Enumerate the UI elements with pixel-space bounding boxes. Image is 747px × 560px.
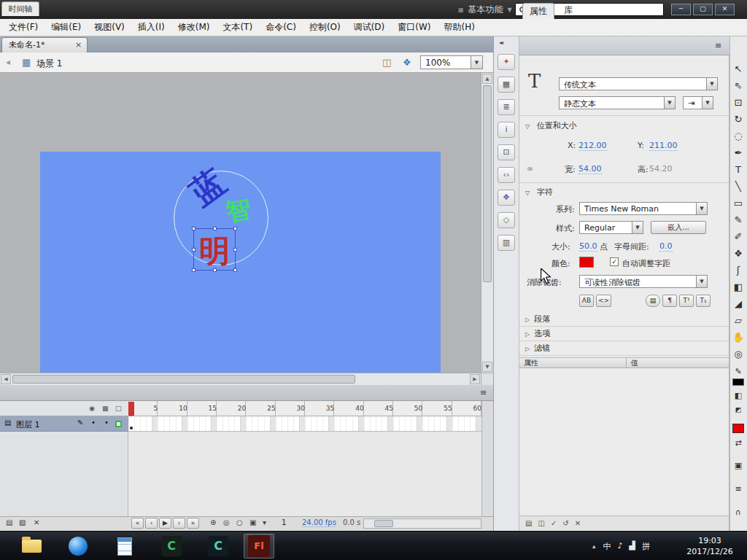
modify-markers-button[interactable]: ▾ xyxy=(263,518,266,526)
scrollbar-thumb[interactable] xyxy=(12,375,355,384)
new-layer-button[interactable]: ▤ xyxy=(6,518,12,526)
layer-name[interactable]: 图层 1 xyxy=(16,419,40,430)
text-tool[interactable]: T xyxy=(729,162,747,179)
fill-color-swatch[interactable] xyxy=(732,424,744,433)
subselection-tool[interactable]: ⇖ xyxy=(729,78,747,95)
selection-handle[interactable] xyxy=(192,227,196,230)
collapsed-section-header[interactable]: ▷滤镜 xyxy=(519,341,729,356)
ruler-number[interactable]: 20 xyxy=(217,401,246,416)
selection-handle[interactable] xyxy=(192,268,196,272)
menu-item[interactable]: 文本(T) xyxy=(216,19,259,36)
menu-item[interactable]: 调试(D) xyxy=(347,19,392,36)
document-tab[interactable]: 未命名-1* × xyxy=(1,37,88,52)
pencil-tool[interactable]: ✎ xyxy=(729,212,747,229)
menu-item[interactable]: 控制(O) xyxy=(303,19,347,36)
render-html-button[interactable]: <> xyxy=(596,295,611,307)
ruler-number[interactable]: 30 xyxy=(276,401,305,416)
components-panel-icon[interactable]: ❖ xyxy=(498,190,515,206)
brush-tool[interactable]: ✐ xyxy=(729,229,747,246)
text-orientation-dropdown[interactable]: ⇥ ▼ xyxy=(683,96,713,109)
black-white-button[interactable]: ◩ xyxy=(732,406,745,413)
ruler-number[interactable]: 50 xyxy=(393,401,422,416)
play-button[interactable]: ▶ xyxy=(159,518,171,529)
text-engine-dropdown[interactable]: 传统文本 ▼ xyxy=(559,77,718,90)
taskbar-flash-active[interactable]: Fl xyxy=(244,534,274,559)
selection-bounding-box[interactable] xyxy=(193,228,236,271)
tray-network-icon[interactable]: ▟ xyxy=(630,541,635,552)
scroll-down-icon[interactable]: ▼ xyxy=(482,362,492,372)
bone-tool[interactable]: ʃ xyxy=(729,262,747,279)
selection-handle[interactable] xyxy=(233,248,237,252)
layer-lock-dot[interactable]: • xyxy=(104,419,109,427)
object-drawing-toggle[interactable]: ▣ xyxy=(732,461,745,470)
show-hide-column-icon[interactable]: ◉ xyxy=(89,405,95,412)
scroll-up-icon[interactable]: ▲ xyxy=(482,74,492,84)
code-snippets-panel-icon[interactable]: ‹› xyxy=(498,167,515,183)
layer-row[interactable]: ▤ 图层 1 ✎ • • xyxy=(0,416,128,432)
hand-tool[interactable]: ✋ xyxy=(729,330,747,346)
scroll-left-icon[interactable]: ◀ xyxy=(1,374,11,384)
scrollbar-thumb[interactable] xyxy=(483,85,492,282)
layer-outline-color-chip[interactable] xyxy=(115,421,122,427)
center-frame-button[interactable]: ⊕ xyxy=(210,518,216,526)
letter-spacing-value[interactable]: 0.0 xyxy=(659,241,673,252)
line-tool[interactable]: ╲ xyxy=(729,179,747,195)
timeline-horizontal-scrollbar[interactable] xyxy=(363,518,481,529)
go-to-first-frame-button[interactable]: « xyxy=(131,518,144,529)
ruler-number[interactable]: 55 xyxy=(422,401,452,416)
current-frame-indicator[interactable]: 1 xyxy=(282,518,286,526)
link-dimensions-icon[interactable]: ∞ xyxy=(527,164,533,174)
library-panel-icon[interactable]: ▥ xyxy=(498,235,515,251)
timeline-empty-frames[interactable] xyxy=(128,432,481,516)
scroll-right-icon[interactable]: ▶ xyxy=(470,374,480,384)
section-character[interactable]: ▽ 字符 xyxy=(525,187,553,198)
rectangle-tool[interactable]: ▭ xyxy=(729,195,747,212)
trash-icon[interactable]: ✕ xyxy=(575,519,581,527)
tray-input-icon[interactable]: 中 xyxy=(603,541,611,552)
transform-panel-icon[interactable]: ⊡ xyxy=(498,144,515,160)
lock-column-icon[interactable]: ▩ xyxy=(102,405,109,412)
menu-item[interactable]: 帮助(H) xyxy=(438,19,481,36)
collapse-dock-icon[interactable]: ◂◂ xyxy=(499,39,502,46)
zoom-control[interactable]: 100% ▼ xyxy=(420,55,483,69)
library-add-icon[interactable]: ▤ xyxy=(525,519,532,527)
info-panel-icon[interactable]: i xyxy=(498,122,515,138)
y-value[interactable]: 211.00 xyxy=(649,141,678,151)
ruler-number[interactable]: 35 xyxy=(305,401,334,416)
menu-item[interactable]: 修改(M) xyxy=(171,19,217,36)
taskbar-camtasia-recorder[interactable]: C xyxy=(156,534,187,559)
edit-symbols-icon[interactable]: ❖ xyxy=(403,57,411,68)
font-style-dropdown[interactable]: Regular ▼ xyxy=(579,221,643,234)
snap-to-objects-toggle[interactable]: ∩ xyxy=(732,508,745,517)
x-value[interactable]: 212.00 xyxy=(578,141,607,151)
selection-handle[interactable] xyxy=(233,268,237,272)
tray-expand-icon[interactable]: ▴ xyxy=(592,542,596,550)
menu-item[interactable]: 视图(V) xyxy=(88,19,131,36)
onion-skin-outline-button[interactable]: ○ xyxy=(236,518,243,526)
menu-item[interactable]: 命令(C) xyxy=(259,19,303,36)
section-position-size[interactable]: ▽ 位置和大小 xyxy=(525,120,577,131)
close-button[interactable]: ✕ xyxy=(715,4,735,15)
selection-tool[interactable]: ↖ xyxy=(729,61,747,78)
clipboard-icon[interactable]: ◫ xyxy=(538,519,544,527)
align-panel-icon[interactable]: ≣ xyxy=(498,99,515,115)
width-value[interactable]: 54.00 xyxy=(578,164,602,174)
reset-icon[interactable]: ↺ xyxy=(562,519,568,527)
color-panel-icon[interactable]: ✦ xyxy=(498,54,515,70)
value-column-header[interactable]: 值 xyxy=(627,358,638,368)
tab-properties[interactable]: 属性 xyxy=(522,3,554,19)
timeline-ruler[interactable]: 51015202530354045505560 xyxy=(128,401,481,416)
scrollbar-thumb[interactable] xyxy=(374,520,393,527)
stroke-color-swatch[interactable] xyxy=(732,378,744,386)
menu-item[interactable]: 文件(F) xyxy=(2,19,44,36)
taskbar-camtasia-studio[interactable]: C xyxy=(203,534,233,559)
step-forward-button[interactable]: › xyxy=(173,518,185,529)
taskbar-notepad[interactable] xyxy=(109,534,140,559)
text-color-swatch[interactable] xyxy=(579,257,594,268)
menu-item[interactable]: 窗口(W) xyxy=(391,19,437,36)
size-value[interactable]: 50.0 xyxy=(579,241,597,252)
playhead[interactable] xyxy=(128,402,134,416)
ruler-number[interactable]: 40 xyxy=(334,401,363,416)
eyedropper-tool[interactable]: ◢ xyxy=(729,296,747,313)
paragraph-mark-button[interactable]: ¶ xyxy=(662,295,677,307)
